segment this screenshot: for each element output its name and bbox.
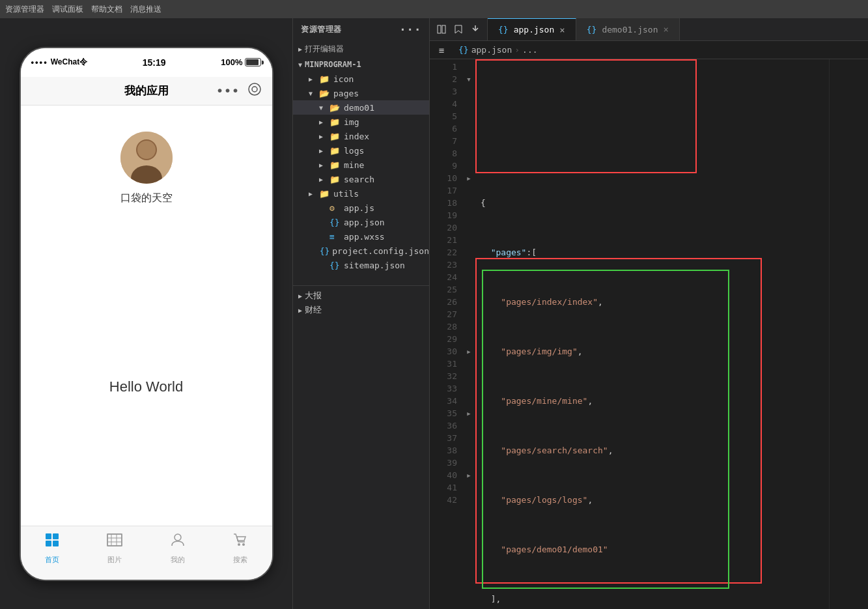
svg-rect-9 (53, 541, 59, 546)
open-editor-item[interactable]: ▶ 打开编辑器 (293, 41, 429, 57)
bookmark-icon (455, 25, 462, 34)
menu-item-2[interactable]: 调试面板 (52, 4, 83, 15)
code-content[interactable]: { "pages":[ "pages/index/index", "pages/… (475, 59, 829, 609)
appjs-icon: ⚙ (329, 203, 341, 213)
main-layout: •••• WeChat令 15:19 100% 我的应用 • (0, 18, 868, 609)
fold-41 (462, 556, 475, 568)
breadcrumb-icon: {} (458, 45, 469, 55)
tree-item-caijing[interactable]: ▶ 财经 (298, 303, 424, 317)
fold-17 (462, 259, 475, 271)
fold-8 (462, 147, 475, 160)
editor-panel: {} app.json × {} demo01.json × ≡ {} app.… (430, 18, 868, 609)
split-editor-button[interactable] (435, 23, 448, 36)
svg-rect-6 (46, 533, 51, 539)
folder-icon: 📁 (319, 74, 331, 84)
debug-icon (471, 25, 480, 34)
tab-search-icon (232, 531, 249, 552)
arrow-utils: ▶ (309, 190, 319, 197)
tree-item-appjson[interactable]: {} app.json (293, 215, 429, 229)
tree-item-index[interactable]: ▶ 📁 index (293, 129, 429, 143)
code-line-6: "pages/search/search", (475, 444, 829, 457)
menu-item-3[interactable]: 帮助文档 (91, 4, 122, 15)
tree-label-projectjson: project.config.json (332, 246, 429, 256)
tab-home-label: 首页 (45, 555, 59, 565)
demo01-folder-icon: 📂 (329, 103, 341, 113)
tree-item-logs[interactable]: ▶ 📁 logs (293, 143, 429, 158)
tree-label-search: search (344, 175, 374, 184)
fold-35 (462, 481, 475, 494)
tree-item-demo01[interactable]: ▼ 📂 demo01 (293, 100, 429, 115)
breadcrumb: {} app.json › ... (458, 45, 538, 55)
tree-item-mine[interactable]: ▶ 📁 mine (293, 158, 429, 172)
fold-1 (462, 61, 475, 73)
tab-home-icon (44, 531, 61, 552)
tree-item-img[interactable]: ▶ 📁 img (293, 115, 429, 129)
tree-label-appjson: app.json (344, 218, 385, 227)
svg-point-1 (252, 87, 257, 92)
img-folder-icon: 📁 (329, 117, 341, 127)
battery-icon (245, 58, 261, 66)
svg-rect-8 (46, 541, 51, 546)
list-annotation-box (482, 270, 729, 589)
tree-item-icon[interactable]: ▶ 📁 icon (293, 72, 429, 86)
fold-29[interactable]: ▶ (462, 407, 475, 419)
svg-rect-19 (438, 25, 441, 33)
phone-content: 口袋的天空 Hello World (21, 106, 272, 526)
code-line-2: "pages":[ (475, 246, 829, 259)
tree-item-search[interactable]: ▶ 📁 search (293, 172, 429, 186)
tab-item-search[interactable]: 搜索 (209, 531, 272, 565)
debug-button[interactable] (469, 23, 482, 36)
tree-item-projectjson[interactable]: {} project.config.json (293, 244, 429, 258)
fold-40 (462, 543, 475, 556)
fold-2[interactable]: ▼ (462, 73, 475, 85)
tree-item-utils[interactable]: ▶ 📁 utils (293, 186, 429, 201)
tree-item-appwxss[interactable]: ≡ app.wxss (293, 229, 429, 244)
tab-close-appjson[interactable]: × (559, 25, 565, 35)
open-editor-arrow: ▶ (298, 46, 302, 53)
network-signal: •••• (31, 57, 48, 67)
arrow-pages-folder: ▼ (309, 90, 319, 97)
tab-img-label: 图片 (107, 555, 122, 565)
nav-dots[interactable]: ••• (216, 83, 239, 98)
svg-point-18 (242, 543, 245, 546)
fold-12 (462, 197, 475, 209)
menu-item-4[interactable]: 消息推送 (130, 4, 161, 15)
utils-folder-icon: 📁 (319, 189, 331, 199)
mine-folder-icon: 📁 (329, 160, 341, 170)
project-name-item[interactable]: ▼ MINPROGRAM-1 (293, 57, 429, 72)
tree-label-img: img (344, 117, 359, 127)
explorer-more-button[interactable]: ··· (399, 23, 421, 36)
tab-appjson[interactable]: {} app.json × (488, 18, 576, 40)
svg-rect-11 (107, 534, 122, 546)
avatar-image (120, 132, 173, 184)
fold-26 (462, 370, 475, 382)
svg-point-0 (249, 83, 260, 95)
fold-10[interactable]: ▶ (462, 172, 475, 184)
minimap (829, 59, 868, 609)
tab-json-icon-2: {} (587, 25, 597, 35)
split-icon (437, 25, 446, 34)
status-left: •••• WeChat令 (31, 57, 88, 68)
nav-add[interactable] (247, 82, 262, 99)
tree-item-pages[interactable]: ▼ 📂 pages (293, 86, 429, 100)
tab-close-demo01[interactable]: × (663, 24, 668, 35)
tree-item-dabao[interactable]: ▶ 大报 (298, 289, 424, 303)
appjson-icon: {} (329, 218, 341, 227)
toggle-sidebar-button[interactable]: ≡ (435, 44, 448, 57)
bookmark-button[interactable] (452, 23, 465, 36)
tab-item-home[interactable]: 首页 (21, 531, 84, 565)
arrow-img: ▶ (319, 119, 329, 126)
appwxss-icon: ≡ (329, 232, 341, 242)
code-line-7: "pages/logs/logs", (475, 494, 829, 506)
menu-item-1[interactable]: 资源管理器 (5, 4, 44, 15)
tab-demo01json[interactable]: {} demo01.json × (576, 18, 680, 40)
fold-7 (462, 135, 475, 147)
tab-demo01json-label: demo01.json (602, 25, 658, 35)
tab-item-img[interactable]: 图片 (83, 531, 147, 565)
fold-24[interactable]: ▶ (462, 345, 475, 358)
tab-item-mine[interactable]: 我的 (147, 531, 210, 565)
fold-34[interactable]: ▶ (462, 469, 475, 481)
tree-item-sitemapjson[interactable]: {} sitemap.json (293, 258, 429, 272)
tree-item-appjs[interactable]: ⚙ app.js (293, 201, 429, 215)
projectjson-icon: {} (320, 246, 330, 256)
